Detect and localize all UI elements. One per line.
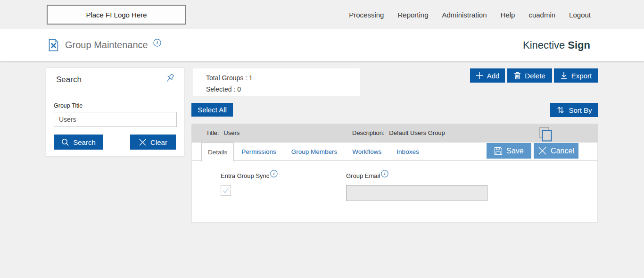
tab-workflows[interactable]: Workflows xyxy=(345,143,389,160)
nav-logout[interactable]: Logout xyxy=(569,11,591,19)
export-button[interactable]: Export xyxy=(554,68,598,83)
fi-logo-placeholder-text: Place FI Logo Here xyxy=(86,11,147,19)
add-button-label: Add xyxy=(487,72,500,80)
delete-button[interactable]: Delete xyxy=(507,68,552,83)
plus-icon xyxy=(476,72,483,79)
search-button[interactable]: Search xyxy=(54,135,103,150)
search-panel: Search Group Title Search xyxy=(46,67,184,156)
save-floppy-icon xyxy=(494,147,503,155)
brand-logo: Kinective Sign xyxy=(523,29,590,61)
group-row[interactable]: Title: Users Description: Default Users … xyxy=(191,124,598,143)
selected-label: Selected : xyxy=(206,85,235,93)
pin-icon[interactable] xyxy=(164,73,175,84)
save-button-label: Save xyxy=(506,147,523,155)
search-panel-title: Search xyxy=(56,75,82,84)
copy-icon[interactable] xyxy=(539,127,552,142)
total-groups-value: 1 xyxy=(249,74,253,82)
download-icon xyxy=(560,72,568,79)
entra-group-sync-checkbox xyxy=(221,185,231,196)
fi-logo-placeholder: Place FI Logo Here xyxy=(47,5,186,25)
entra-group-sync-label: Entra Group Sync xyxy=(221,172,269,179)
group-title-label: Group Title xyxy=(54,102,83,109)
tab-group-members[interactable]: Group Members xyxy=(284,143,345,160)
brand-name-bold: Sign xyxy=(568,39,590,51)
selected-line: Selected : 0 xyxy=(206,84,360,95)
brand-name: Kinective xyxy=(523,39,565,51)
select-all-button[interactable]: Select All xyxy=(191,103,233,117)
page-title-info-icon[interactable]: i xyxy=(153,39,161,47)
check-icon xyxy=(222,186,230,194)
svg-text:i: i xyxy=(273,171,275,176)
selected-value: 0 xyxy=(237,85,241,93)
tab-permissions[interactable]: Permissions xyxy=(234,143,284,160)
group-email-input xyxy=(346,185,487,201)
group-title-field-label: Title: xyxy=(206,129,219,136)
nav-username[interactable]: cuadmin xyxy=(528,11,555,19)
total-groups-label: Total Groups : xyxy=(206,74,247,82)
sort-arrows-icon xyxy=(556,106,565,114)
group-email-info-icon[interactable]: i xyxy=(381,170,388,177)
delete-button-label: Delete xyxy=(525,72,545,80)
group-maintenance-page: Place FI Logo Here Processing Reporting … xyxy=(0,0,644,278)
search-icon xyxy=(61,138,69,146)
svg-text:i: i xyxy=(157,40,158,45)
summary-box: Total Groups : 1 Selected : 0 xyxy=(193,68,360,96)
group-description-label: Description: xyxy=(352,129,385,136)
tab-inboxes[interactable]: Inboxes xyxy=(389,143,426,160)
clear-button[interactable]: Clear xyxy=(130,135,176,150)
svg-text:i: i xyxy=(384,171,386,176)
x-icon xyxy=(538,146,547,155)
cancel-button[interactable]: Cancel xyxy=(534,143,578,159)
document-tools-icon xyxy=(47,39,60,51)
group-row-description: Description: Default Users Group xyxy=(352,129,445,136)
total-groups-line: Total Groups : 1 xyxy=(206,72,360,84)
top-bar: Place FI Logo Here Processing Reporting … xyxy=(0,0,644,29)
header-title-group: Group Maintenance i xyxy=(47,29,161,61)
nav-help[interactable]: Help xyxy=(501,11,515,19)
group-title-input[interactable] xyxy=(54,112,177,127)
export-button-label: Export xyxy=(571,72,592,80)
header-band: Group Maintenance i Kinective Sign xyxy=(0,29,644,61)
page-title: Group Maintenance xyxy=(65,40,148,51)
nav-administration[interactable]: Administration xyxy=(442,11,487,19)
trash-icon xyxy=(514,72,521,79)
add-button[interactable]: Add xyxy=(470,68,505,83)
search-button-label: Search xyxy=(73,138,96,146)
select-all-label: Select All xyxy=(198,106,227,114)
group-description-value: Default Users Group xyxy=(389,129,445,136)
clear-button-label: Clear xyxy=(150,138,167,146)
group-email-label: Group Email xyxy=(346,172,380,179)
group-email-label-group: Group Email i xyxy=(346,172,388,179)
sort-by-label: Sort By xyxy=(569,106,592,114)
top-nav: Processing Reporting Administration Help… xyxy=(349,0,644,29)
sort-by-button[interactable]: Sort By xyxy=(550,103,598,117)
x-icon xyxy=(139,138,147,146)
cancel-button-label: Cancel xyxy=(551,147,574,155)
group-row-title: Title: Users xyxy=(206,129,239,136)
tab-details[interactable]: Details xyxy=(201,143,234,161)
nav-processing[interactable]: Processing xyxy=(349,11,384,19)
group-detail-panel: Details Permissions Group Members Workfl… xyxy=(191,143,598,223)
nav-reporting[interactable]: Reporting xyxy=(397,11,428,19)
save-button[interactable]: Save xyxy=(487,143,531,159)
group-title-field-value: Users xyxy=(223,129,239,136)
entra-group-sync-label-group: Entra Group Sync i xyxy=(221,172,278,179)
entra-group-sync-info-icon[interactable]: i xyxy=(270,170,278,177)
